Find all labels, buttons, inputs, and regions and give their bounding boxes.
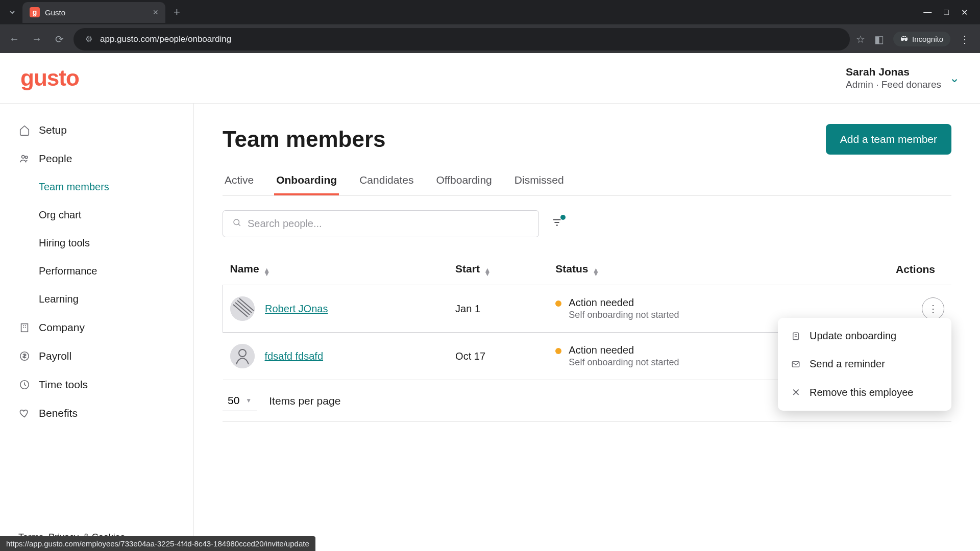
svg-point-0 (22, 156, 25, 159)
status-label: Action needed (569, 344, 679, 356)
mail-icon (790, 360, 801, 369)
gusto-favicon-icon: g (30, 7, 40, 17)
dollar-icon (18, 350, 31, 362)
user-menu[interactable]: Sarah Jonas Admin · Feed donares ⌄ (846, 66, 960, 90)
gusto-logo[interactable]: gusto (20, 65, 79, 91)
filter-active-dot (560, 215, 566, 220)
search-box[interactable] (223, 210, 539, 237)
column-start[interactable]: Start▲▼ (448, 254, 548, 285)
site-info-icon[interactable]: ⚙ (83, 33, 95, 45)
hover-url-tooltip: https://app.gusto.com/employees/733e04aa… (0, 536, 315, 551)
member-name-link[interactable]: fdsafd fdsafd (265, 350, 324, 362)
sort-icon: ▲▼ (593, 268, 600, 276)
status-sub: Self onboarding not started (569, 357, 679, 368)
caret-down-icon: ▼ (246, 397, 252, 404)
column-actions: Actions (825, 254, 951, 285)
status-dot-icon (555, 348, 561, 354)
main-content: Team members Add a team member Active On… (194, 104, 980, 551)
page-title: Team members (223, 127, 386, 152)
start-date: Jan 1 (448, 285, 548, 333)
tab-dismissed[interactable]: Dismissed (512, 167, 566, 195)
window-controls: — □ ✕ (923, 8, 976, 17)
svg-rect-2 (21, 324, 28, 332)
column-name[interactable]: Name▲▼ (223, 254, 449, 285)
sidebar-item-org-chart[interactable]: Org chart (0, 201, 193, 229)
browser-menu-icon[interactable]: ⋮ (960, 33, 970, 45)
back-button[interactable]: ← (6, 31, 22, 47)
document-icon (790, 332, 801, 341)
add-team-member-button[interactable]: Add a team member (826, 124, 951, 155)
tab-search-dropdown[interactable] (4, 4, 20, 20)
status-dot-icon (555, 300, 561, 307)
user-role: Admin · Feed donares (846, 79, 941, 90)
avatar (230, 296, 255, 321)
search-icon (232, 218, 241, 230)
heart-icon (18, 407, 31, 419)
start-date: Oct 17 (448, 333, 548, 380)
sidebar-item-hiring-tools[interactable]: Hiring tools (0, 229, 193, 257)
dropdown-update-onboarding[interactable]: Update onboarding (778, 322, 951, 350)
dropdown-send-reminder[interactable]: Send a reminder (778, 350, 951, 378)
dropdown-remove-employee[interactable]: ✕ Remove this employee (778, 378, 951, 407)
app-header: gusto Sarah Jonas Admin · Feed donares ⌄ (0, 53, 980, 104)
avatar (230, 344, 255, 368)
team-table: Name▲▼ Start▲▼ Status▲▼ Actions (223, 254, 951, 380)
chevron-down-icon: ⌄ (949, 71, 960, 85)
bookmark-icon[interactable]: ☆ (856, 33, 865, 45)
table-row: Robert JOnas Jan 1 Action needed Self on… (223, 285, 952, 333)
sidebar-item-time-tools[interactable]: Time tools (0, 370, 193, 399)
sidebar-item-payroll[interactable]: Payroll (0, 342, 193, 370)
sidebar-item-people[interactable]: People (0, 144, 193, 173)
sidebar-item-performance[interactable]: Performance (0, 257, 193, 285)
panel-icon[interactable]: ◧ (874, 33, 884, 45)
sidebar-item-setup[interactable]: Setup (0, 116, 193, 144)
url-text: app.gusto.com/people/onboarding (100, 34, 231, 44)
sidebar-item-learning[interactable]: Learning (0, 285, 193, 313)
tabs: Active Onboarding Candidates Offboarding… (223, 167, 951, 196)
search-input[interactable] (248, 218, 529, 230)
close-icon: ✕ (790, 386, 801, 398)
browser-tab-bar: g Gusto × + — □ ✕ (0, 0, 980, 24)
address-bar: ← → ⟳ ⚙ app.gusto.com/people/onboarding … (0, 24, 980, 53)
filter-button[interactable] (551, 217, 562, 231)
people-icon (18, 153, 31, 165)
building-icon (18, 321, 31, 334)
tab-title: Gusto (45, 8, 148, 17)
maximize-icon[interactable]: □ (944, 8, 949, 17)
page-size-label: Items per page (269, 395, 340, 407)
url-box[interactable]: ⚙ app.gusto.com/people/onboarding (74, 28, 850, 51)
incognito-badge[interactable]: 🕶 Incognito (893, 32, 950, 46)
new-tab-button[interactable]: + (167, 6, 186, 19)
sidebar-item-company[interactable]: Company (0, 313, 193, 342)
status-sub: Self onboarding not started (569, 310, 679, 320)
sort-icon: ▲▼ (484, 268, 491, 276)
home-icon (18, 124, 31, 136)
row-actions-button[interactable]: ⋮ (922, 297, 944, 320)
user-name: Sarah Jonas (846, 66, 941, 78)
tab-offboarding[interactable]: Offboarding (434, 167, 494, 195)
sidebar-item-benefits[interactable]: Benefits (0, 399, 193, 428)
tab-active[interactable]: Active (223, 167, 256, 195)
status-label: Action needed (569, 297, 679, 309)
svg-point-5 (234, 219, 239, 225)
forward-button[interactable]: → (29, 31, 45, 47)
tab-candidates[interactable]: Candidates (357, 167, 415, 195)
incognito-icon: 🕶 (900, 35, 908, 43)
close-window-icon[interactable]: ✕ (961, 8, 968, 17)
actions-dropdown: Update onboarding Send a reminder ✕ Remo… (778, 318, 951, 411)
page-size-select[interactable]: 50 ▼ (223, 390, 257, 411)
column-status[interactable]: Status▲▼ (548, 254, 825, 285)
browser-tab[interactable]: g Gusto × (22, 2, 165, 23)
clock-icon (18, 379, 31, 391)
tab-onboarding[interactable]: Onboarding (274, 167, 339, 195)
member-name-link[interactable]: Robert JOnas (265, 303, 328, 315)
sort-icon: ▲▼ (263, 268, 271, 276)
sidebar-item-team-members[interactable]: Team members (0, 173, 193, 201)
close-tab-icon[interactable]: × (153, 7, 158, 18)
sidebar: Setup People Team members Org chart Hiri… (0, 104, 194, 551)
reload-button[interactable]: ⟳ (51, 31, 67, 47)
minimize-icon[interactable]: — (923, 8, 932, 17)
svg-point-1 (25, 156, 28, 159)
